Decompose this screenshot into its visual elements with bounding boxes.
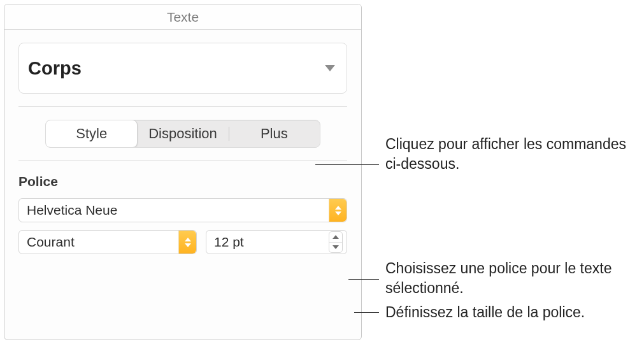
chevron-up-icon bbox=[333, 235, 339, 239]
tab-disposition[interactable]: Disposition bbox=[137, 120, 228, 147]
font-size-step-down[interactable] bbox=[329, 242, 342, 253]
tab-style-label: Style bbox=[76, 125, 107, 142]
font-family-value: Helvetica Neue bbox=[27, 203, 117, 218]
callout-family-text: Choisissez une police pour le texte séle… bbox=[385, 260, 612, 296]
callout-size-text: Définissez la taille de la police. bbox=[385, 304, 585, 320]
font-size-field[interactable]: 12 pt bbox=[206, 230, 347, 254]
paragraph-style-label: Corps bbox=[28, 58, 82, 79]
text-inspector-panel: Texte Corps Style Disposition Plus Polic… bbox=[4, 4, 362, 340]
font-typeface-value: Courant bbox=[27, 234, 75, 250]
divider bbox=[18, 161, 347, 161]
tab-plus-label: Plus bbox=[261, 125, 288, 142]
callout-tabs-text: Cliquez pour afficher les commandes ci-d… bbox=[385, 136, 626, 172]
tab-style[interactable]: Style bbox=[45, 120, 138, 148]
callout-line bbox=[348, 279, 379, 280]
callout-tabs: Cliquez pour afficher les commandes ci-d… bbox=[385, 134, 627, 174]
callout-line bbox=[354, 312, 379, 313]
popup-arrows-icon bbox=[178, 231, 196, 254]
font-family-select[interactable]: Helvetica Neue bbox=[18, 198, 347, 222]
callout-font-family: Choisissez une police pour le texte séle… bbox=[385, 259, 627, 298]
paragraph-style-select[interactable]: Corps bbox=[18, 43, 347, 94]
font-typeface-select[interactable]: Courant bbox=[18, 230, 197, 254]
callout-font-size: Définissez la taille de la police. bbox=[385, 303, 640, 322]
panel-title-text: Texte bbox=[167, 10, 199, 25]
font-size-value: 12 pt bbox=[214, 234, 322, 250]
font-size-step-up[interactable] bbox=[329, 232, 342, 242]
font-size-stepper bbox=[329, 231, 343, 253]
divider bbox=[18, 106, 347, 107]
text-tabs: Style Disposition Plus bbox=[45, 120, 320, 148]
tab-plus[interactable]: Plus bbox=[229, 120, 320, 147]
font-section-label: Police bbox=[18, 174, 347, 189]
tab-disposition-label: Disposition bbox=[148, 125, 217, 142]
panel-title: Texte bbox=[4, 4, 361, 30]
chevron-down-icon bbox=[333, 245, 339, 249]
chevron-down-icon bbox=[325, 65, 335, 71]
popup-arrows-icon bbox=[329, 199, 347, 222]
callout-line bbox=[315, 164, 379, 165]
